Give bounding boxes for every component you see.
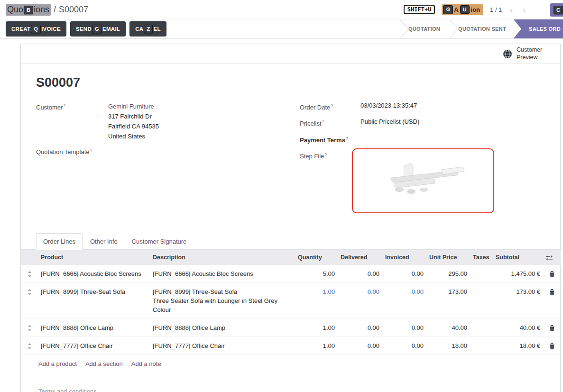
pricelist-field-value[interactable]: Public Pricelist (USD) (360, 118, 419, 128)
cell-product[interactable]: [FURN_8888] Office Lamp (38, 319, 150, 337)
create-invoice-button[interactable]: CREATQIVOICE (6, 21, 66, 36)
cell-subtotal: 18.00 € (493, 337, 543, 355)
tab-customer-signature[interactable]: Customer Signature (125, 234, 194, 249)
cell-quantity[interactable]: 5.00 (295, 265, 338, 283)
payment-terms-field-label: Payment Terms? (300, 134, 360, 145)
gear-icon: ⚙ (443, 5, 453, 14)
pager-count: 1 / 1 (490, 6, 502, 13)
globe-icon (503, 49, 512, 59)
cell-product[interactable]: [FURN_6666] Acoustic Bloc Screens (38, 265, 150, 283)
order-date-field-label: Order Date? (300, 101, 360, 112)
cell-invoiced[interactable]: 0.00 (382, 319, 426, 337)
cell-taxes[interactable] (470, 337, 493, 355)
create-invoice-label-pre: CREAT (11, 26, 30, 32)
fields-left-column: Customer? Gemini Furniture 317 Fairchild… (36, 101, 300, 219)
drag-handle-icon[interactable] (21, 319, 38, 337)
cell-description[interactable]: [FURN_8888] Office Lamp (150, 319, 295, 337)
cell-delivered[interactable]: 0.00 (338, 265, 382, 283)
add-section-link[interactable]: Add a section (85, 360, 123, 367)
drag-handle-icon[interactable] (21, 265, 38, 283)
corner-button[interactable]: C Cl (550, 3, 563, 17)
tab-order-lines[interactable]: Order Lines (36, 233, 83, 250)
cell-delivered[interactable]: 0.00 (338, 337, 382, 355)
customer-field-value: Gemini Furniture 317 Fairchild Dr Fairfi… (108, 101, 159, 141)
add-note-link[interactable]: Add a note (131, 360, 161, 367)
breadcrumb-quotations-post: ions (34, 5, 49, 14)
cell-taxes[interactable] (470, 319, 493, 337)
drag-handle-icon[interactable] (21, 283, 38, 319)
action-menu-post: ion (471, 6, 480, 13)
adjust-columns-icon (546, 255, 553, 261)
cell-product[interactable]: [FURN_8999] Three-Seat Sofa (38, 283, 150, 319)
column-header-subtotal: Subtotal (493, 250, 543, 265)
cell-taxes[interactable] (470, 283, 493, 319)
cell-quantity[interactable]: 1.00 (295, 319, 338, 337)
optional-columns-toggle[interactable] (543, 250, 561, 265)
send-email-label-pre: SEND (76, 26, 92, 32)
cell-quantity[interactable]: 1.00 (295, 283, 338, 319)
hint-badge-z: Z (144, 25, 153, 33)
help-icon: ? (63, 103, 65, 108)
order-date-field-value[interactable]: 03/03/2023 13:35:47 (360, 101, 417, 112)
pager-next-icon[interactable]: › (521, 5, 527, 14)
table-header-row: Product Description Quantity Delivered I… (21, 250, 561, 265)
fields-right-column: Order Date? 03/03/2023 13:35:47 Pricelis… (300, 101, 554, 219)
send-email-button[interactable]: SENDGEMAIL (70, 21, 126, 36)
send-email-label-post: EMAIL (102, 26, 120, 32)
action-menu-pre: A (454, 6, 458, 13)
delete-row-button[interactable] (543, 319, 561, 337)
tab-other-info[interactable]: Other Info (83, 234, 124, 249)
cell-description[interactable]: [FURN_7777] Office Chair (150, 337, 295, 355)
help-icon: ? (90, 148, 92, 153)
form-sheet: Customer Preview S00007 Customer? Gemini… (20, 44, 561, 392)
delete-row-button[interactable] (543, 265, 561, 283)
breadcrumb-separator: / (54, 5, 56, 15)
help-icon: ? (331, 103, 333, 108)
action-bar: CREATQIVOICE SENDGEMAIL CAZEL QUOTATION … (0, 19, 563, 39)
cell-quantity[interactable]: 1.00 (295, 337, 338, 355)
column-header-taxes: Taxes (470, 250, 493, 265)
trash-icon (549, 289, 555, 295)
total-block: Total: 1,706.00 € (459, 388, 554, 392)
action-buttons: CREATQIVOICE SENDGEMAIL CAZEL (6, 19, 166, 38)
cancel-button[interactable]: CAZEL (129, 21, 166, 36)
cancel-label-post: EL (153, 26, 160, 32)
delete-row-button[interactable] (543, 283, 561, 319)
step-file-image[interactable] (352, 148, 494, 213)
breadcrumb-quotations-link[interactable]: QuoBions (6, 4, 51, 16)
cell-unit-price[interactable]: 295.00 (426, 265, 470, 283)
pager-prev-icon[interactable]: ‹ (508, 5, 514, 14)
customer-preview-button[interactable]: Customer Preview (21, 44, 560, 64)
cell-delivered[interactable]: 0.00 (338, 283, 382, 319)
terms-and-conditions-input[interactable]: Terms and conditions... (38, 388, 102, 392)
customer-link[interactable]: Gemini Furniture (108, 103, 154, 110)
table-row: [FURN_8999] Three-Seat Sofa [FURN_8999] … (21, 283, 561, 319)
shortcut-badge: SHIFT+U (404, 5, 435, 14)
cell-invoiced[interactable]: 0.00 (382, 283, 426, 319)
cell-unit-price[interactable]: 40.00 (426, 319, 470, 337)
customer-address-line: Fairfield CA 94535 (108, 123, 159, 130)
trash-icon (549, 325, 555, 331)
customer-preview-label: Customer Preview (517, 46, 548, 61)
action-menu-button[interactable]: ⚙ A U ion (442, 4, 483, 15)
cell-taxes[interactable] (470, 265, 493, 283)
notebook-tabs: Order Lines Other Info Customer Signatur… (21, 233, 560, 250)
cell-unit-price[interactable]: 18.00 (426, 337, 470, 355)
help-icon: ? (324, 152, 327, 157)
cell-unit-price[interactable]: 173.00 (426, 283, 470, 319)
cell-description[interactable]: [FURN_8999] Three-Seat Sofa Three Seater… (150, 283, 295, 319)
hint-badge-q: Q (31, 25, 41, 33)
table-row: [FURN_8888] Office Lamp [FURN_8888] Offi… (21, 319, 561, 337)
trash-icon (549, 271, 555, 277)
drag-handle-icon[interactable] (21, 337, 38, 355)
cell-subtotal: 40.00 € (493, 319, 543, 337)
cell-description[interactable]: [FURN_6666] Acoustic Bloc Screens (150, 265, 295, 283)
add-product-link[interactable]: Add a product (38, 360, 77, 367)
stage-sales-order[interactable]: SALES ORD (514, 19, 563, 38)
cell-delivered[interactable]: 0.00 (338, 319, 382, 337)
cell-invoiced[interactable]: 0.00 (382, 337, 426, 355)
cell-invoiced[interactable]: 0.00 (382, 265, 426, 283)
delete-row-button[interactable] (543, 337, 561, 355)
cell-product[interactable]: [FURN_7777] Office Chair (38, 337, 150, 355)
customer-address-line: 317 Fairchild Dr (108, 113, 152, 120)
